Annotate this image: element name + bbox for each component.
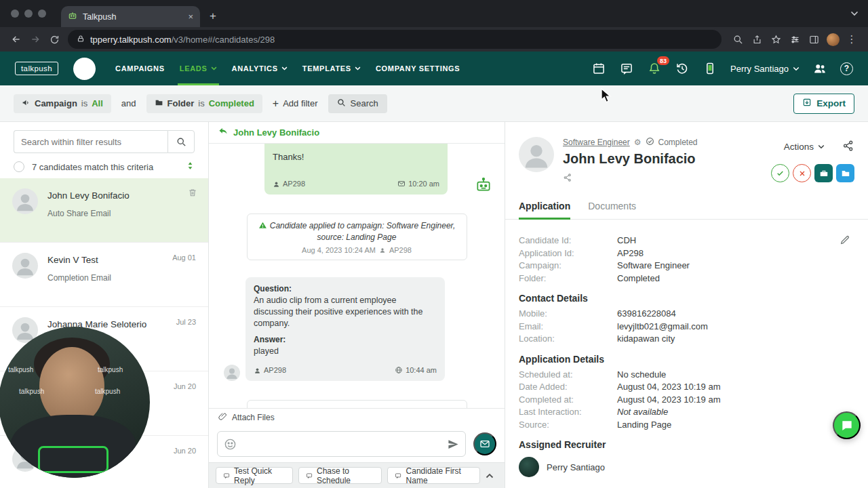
add-filter-button[interactable]: + Add filter xyxy=(273,98,318,110)
nav-company-settings[interactable]: COMPANY SETTINGS xyxy=(368,52,467,85)
email-channel-icon xyxy=(397,180,406,188)
message-time: 10:44 am xyxy=(406,366,437,374)
nav-analytics[interactable]: ANALYTICS xyxy=(224,52,295,85)
field-value: No schedule xyxy=(617,369,666,382)
tab-favicon-robot-icon xyxy=(68,11,77,22)
field-label: Mobile: xyxy=(519,308,617,321)
back-button[interactable] xyxy=(7,30,26,49)
system-event: Candidate applied to campaign: Software … xyxy=(247,214,467,260)
nav-leads[interactable]: LEADS xyxy=(172,52,224,85)
window-zoom-button[interactable] xyxy=(38,9,46,18)
field-value: AP298 xyxy=(617,247,644,260)
sort-icon[interactable] xyxy=(186,161,195,172)
send-icon[interactable] xyxy=(448,439,459,452)
candidate-row[interactable]: Kevin V TestCompletion Email Aug 01 xyxy=(0,243,208,307)
nav-templates[interactable]: TEMPLATES xyxy=(295,52,368,85)
window-controls[interactable] xyxy=(11,9,46,18)
campaign-link[interactable]: Software Engineer xyxy=(563,138,630,147)
new-tab-button[interactable]: + xyxy=(210,9,216,23)
edit-pencil-icon[interactable] xyxy=(840,235,850,247)
history-icon[interactable] xyxy=(675,61,690,76)
sidebar-toggle-icon[interactable] xyxy=(804,30,823,49)
filter-chip-campaign[interactable]: Campaign is All xyxy=(14,94,111,113)
share-candidate-icon[interactable] xyxy=(842,140,854,154)
system-event: Moved from Inbox to Completed Aug 4, 202… xyxy=(247,400,467,408)
tab-close-icon[interactable]: × xyxy=(188,12,193,22)
question-label: Question: xyxy=(254,284,437,293)
chat-scroll-area[interactable]: Thanks! AP298 10:20 am Candidate applied… xyxy=(209,144,505,408)
browser-profile-avatar[interactable] xyxy=(823,30,842,49)
tab-application[interactable]: Application xyxy=(519,201,570,220)
gear-icon[interactable]: ⚙ xyxy=(634,138,642,147)
approve-button[interactable] xyxy=(771,164,789,182)
notifications-bell-icon[interactable]: 83 xyxy=(647,61,662,76)
reply-arrow-icon[interactable] xyxy=(218,127,228,138)
forward-button[interactable] xyxy=(26,30,45,49)
quick-reply-chip[interactable]: Chase to Schedule xyxy=(298,467,382,484)
recruiter-row[interactable]: Perry Santiago xyxy=(519,457,854,477)
chevron-down-icon xyxy=(818,144,825,149)
email-channel-button[interactable] xyxy=(473,432,496,455)
support-chat-launcher[interactable] xyxy=(833,411,861,439)
calendar-icon[interactable] xyxy=(591,61,606,76)
quick-reply-chip[interactable]: Candidate First Name xyxy=(387,467,480,484)
conversation-candidate-name[interactable]: John Levy Bonifacio xyxy=(233,127,319,138)
page-search-icon[interactable] xyxy=(728,30,747,49)
main-nav: CAMPAIGNS LEADS ANALYTICS TEMPLATES COMP… xyxy=(108,52,467,85)
sidebar-search-icon[interactable] xyxy=(167,130,195,153)
emoji-icon[interactable] xyxy=(224,438,237,453)
candidate-date: Jul 23 xyxy=(176,318,196,326)
window-close-button[interactable] xyxy=(11,9,19,18)
event-time: Aug 4, 2023 10:24 AM xyxy=(302,246,376,254)
candidate-subtitle: Completion Email xyxy=(47,273,111,283)
url-path: /v3/home#/candidates/298 xyxy=(172,35,275,45)
field-label: Last Interaction: xyxy=(519,406,617,419)
search-input[interactable] xyxy=(14,130,167,153)
window-minimize-button[interactable] xyxy=(24,9,33,18)
webcam-watermark: talkpush xyxy=(8,366,33,373)
reload-button[interactable] xyxy=(45,30,64,49)
quick-reply-icon xyxy=(223,472,230,480)
feedback-icon[interactable] xyxy=(619,61,634,76)
folder-icon xyxy=(155,98,163,109)
field-label: Source: xyxy=(519,419,617,432)
field-value: 639816228084 xyxy=(617,308,676,321)
field-value: Landing Page xyxy=(617,419,671,432)
message-input[interactable] xyxy=(241,439,442,449)
tune-icon[interactable] xyxy=(785,30,804,49)
event-alert-icon xyxy=(258,221,267,232)
address-bar[interactable]: tpperry.talkpush.com/v3/home#/candidates… xyxy=(68,30,722,49)
candidate-row[interactable]: John Levy BonifacioAuto Share Email xyxy=(0,178,208,243)
reject-button[interactable] xyxy=(793,164,811,182)
trash-icon[interactable] xyxy=(188,188,197,199)
export-button[interactable]: Export xyxy=(793,94,854,114)
actions-dropdown[interactable]: Actions xyxy=(784,142,825,152)
window-chevron-icon[interactable] xyxy=(850,8,859,18)
bookmark-star-icon[interactable] xyxy=(766,30,785,49)
attach-files-button[interactable]: Attach Files xyxy=(209,408,505,426)
browser-menu-icon[interactable]: ⋮ xyxy=(842,30,861,49)
help-icon[interactable]: ? xyxy=(840,62,853,75)
webcam-watermark: talkpush xyxy=(98,366,123,373)
move-to-folder-button[interactable] xyxy=(836,164,854,182)
webcam-highlight-rect xyxy=(38,446,108,473)
candidate-date: Jun 20 xyxy=(174,382,196,390)
refer-icon[interactable] xyxy=(563,173,698,184)
mobile-app-icon[interactable] xyxy=(703,61,717,76)
tab-documents[interactable]: Documents xyxy=(588,201,636,219)
team-icon[interactable] xyxy=(812,61,827,76)
chatbot-channel-icon[interactable] xyxy=(475,176,492,196)
browser-tab[interactable]: Talkpush × xyxy=(61,6,200,27)
user-menu[interactable]: Perry Santiago xyxy=(730,64,800,74)
select-all-radio[interactable] xyxy=(14,161,24,172)
nav-campaigns[interactable]: CAMPAIGNS xyxy=(108,52,172,85)
search-button[interactable]: Search xyxy=(328,94,387,113)
share-icon[interactable] xyxy=(747,30,766,49)
quick-reply-chip[interactable]: Test Quick Reply xyxy=(216,467,293,484)
filter-chip-folder[interactable]: Folder is Completed xyxy=(146,94,262,113)
filter-bar: Campaign is All and Folder is Completed … xyxy=(0,85,868,122)
move-to-campaign-button[interactable] xyxy=(814,164,833,182)
talkpush-logo[interactable]: talkpush xyxy=(15,62,58,75)
collapse-chevron-icon[interactable] xyxy=(486,470,494,481)
url-domain: tpperry.talkpush.com xyxy=(90,35,172,45)
